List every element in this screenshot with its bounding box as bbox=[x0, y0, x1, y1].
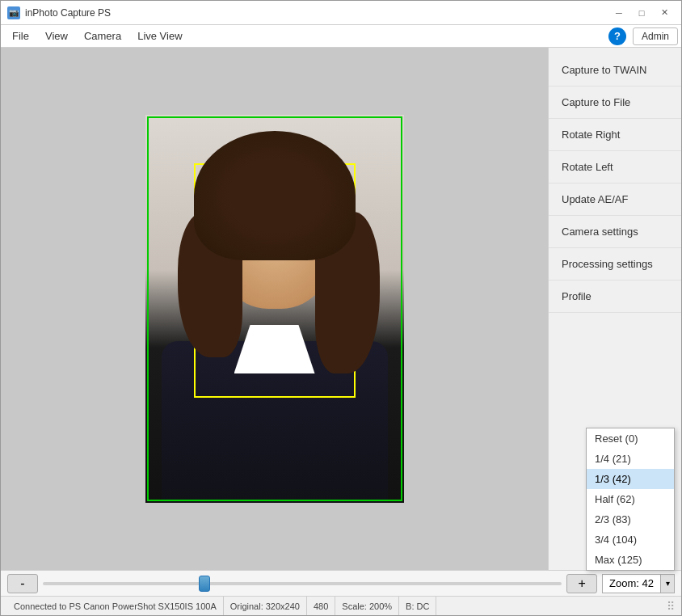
window-controls: ─ □ ✕ bbox=[608, 5, 675, 21]
main-content: Capture to TWAIN Capture to File Rotate … bbox=[1, 48, 681, 570]
photo-hair-top bbox=[194, 131, 356, 260]
menu-file[interactable]: File bbox=[4, 27, 37, 45]
rotate-right-button[interactable]: Rotate Right bbox=[549, 119, 681, 151]
status-bar: Connected to PS Canon PowerShot SX150IS … bbox=[1, 596, 681, 615]
photo-image bbox=[145, 115, 404, 503]
camera-settings-button[interactable]: Camera settings bbox=[549, 216, 681, 248]
zoom-popup: Reset (0) 1/4 (21) 1/3 (42) Half (62) 2/… bbox=[586, 428, 675, 571]
app-icon: 📷 bbox=[7, 6, 20, 19]
capture-twain-button[interactable]: Capture to TWAIN bbox=[549, 54, 681, 86]
close-button[interactable]: ✕ bbox=[654, 5, 675, 21]
zoom-slider-thumb[interactable] bbox=[199, 576, 210, 592]
status-mode: B: DC bbox=[399, 597, 436, 615]
bottom-bar: - + Zoom: 42 ▾ Reset (0) 1/4 (21) 1/3 (4… bbox=[1, 570, 681, 596]
menu-view[interactable]: View bbox=[37, 27, 76, 45]
canvas-area bbox=[1, 48, 548, 570]
photo-container bbox=[145, 115, 404, 503]
title-bar-left: 📷 inPhoto Capture PS bbox=[7, 6, 111, 19]
help-button[interactable]: ? bbox=[608, 27, 626, 45]
zoom-plus-button[interactable]: + bbox=[566, 574, 597, 593]
status-scale: Scale: 200% bbox=[335, 597, 399, 615]
rotate-left-button[interactable]: Rotate Left bbox=[549, 151, 681, 184]
status-resolution: 480 bbox=[307, 597, 335, 615]
zoom-minus-button[interactable]: - bbox=[7, 574, 38, 593]
zoom-option-half[interactable]: Half (62) bbox=[587, 489, 674, 509]
title-bar: 📷 inPhoto Capture PS ─ □ ✕ bbox=[1, 1, 681, 25]
capture-file-button[interactable]: Capture to File bbox=[549, 86, 681, 119]
profile-button[interactable]: Profile bbox=[549, 281, 681, 313]
status-connection: Connected to PS Canon PowerShot SX150IS … bbox=[7, 597, 224, 615]
menu-bar: File View Camera Live View ? Admin bbox=[1, 25, 681, 48]
update-aeaf-button[interactable]: Update AE/AF bbox=[549, 184, 681, 216]
status-original: Original: 320x240 bbox=[224, 597, 307, 615]
zoom-option-quarter[interactable]: 1/4 (21) bbox=[587, 449, 674, 469]
window-title: inPhoto Capture PS bbox=[25, 7, 111, 19]
zoom-dropdown: Zoom: 42 ▾ Reset (0) 1/4 (21) 1/3 (42) H… bbox=[602, 574, 675, 593]
zoom-display: Zoom: 42 bbox=[602, 574, 660, 593]
zoom-option-third[interactable]: 1/3 (42) bbox=[587, 469, 674, 489]
zoom-dropdown-button[interactable]: ▾ bbox=[660, 574, 675, 593]
menu-items: File View Camera Live View bbox=[4, 27, 191, 45]
minimize-button[interactable]: ─ bbox=[608, 5, 629, 21]
maximize-button[interactable]: □ bbox=[631, 5, 652, 21]
zoom-slider-container[interactable] bbox=[43, 574, 562, 593]
admin-button[interactable]: Admin bbox=[633, 27, 678, 45]
zoom-option-max[interactable]: Max (125) bbox=[587, 550, 674, 570]
zoom-option-twothirds[interactable]: 2/3 (83) bbox=[587, 509, 674, 530]
zoom-option-threequarters[interactable]: 3/4 (104) bbox=[587, 530, 674, 550]
zoom-option-reset[interactable]: Reset (0) bbox=[587, 428, 674, 449]
menu-bar-right: ? Admin bbox=[608, 27, 678, 45]
app-window: 📷 inPhoto Capture PS ─ □ ✕ File View Cam… bbox=[0, 0, 682, 616]
status-grip: ⠿ bbox=[667, 600, 675, 613]
menu-liveview[interactable]: Live View bbox=[129, 27, 190, 45]
menu-camera[interactable]: Camera bbox=[76, 27, 129, 45]
processing-settings-button[interactable]: Processing settings bbox=[549, 248, 681, 281]
zoom-slider-track bbox=[43, 582, 562, 585]
